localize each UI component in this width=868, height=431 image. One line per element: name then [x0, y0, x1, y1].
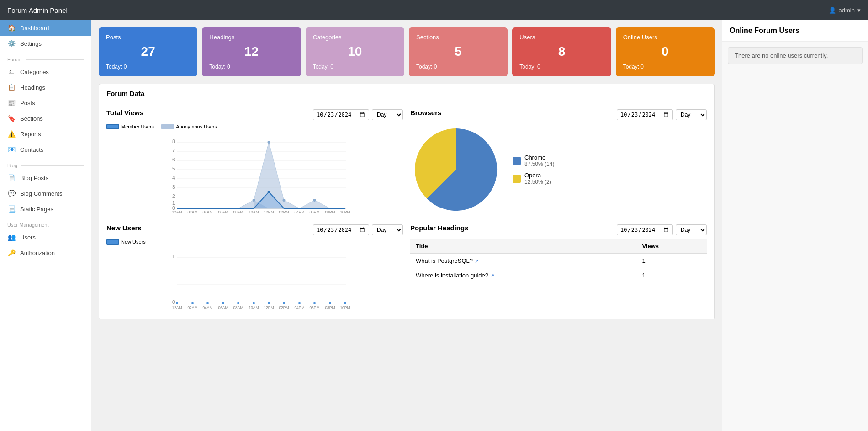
legend-anonymous-label: Anonymous Users: [176, 124, 217, 129]
sidebar-item-blog-posts[interactable]: 📄 Blog Posts: [0, 170, 91, 186]
sidebar-item-blog-comments[interactable]: 💬 Blog Comments: [0, 186, 91, 201]
svg-text:3: 3: [172, 185, 175, 190]
popular-headings-title: Popular Headings: [410, 224, 469, 232]
sidebar-item-sections[interactable]: 🔖 Sections: [0, 111, 91, 126]
sidebar-label-reports: Reports: [20, 131, 41, 138]
sidebar-item-contacts[interactable]: 📧 Contacts: [0, 142, 91, 157]
stat-today-users: Today: 0: [519, 64, 603, 70]
svg-text:08PM: 08PM: [325, 210, 335, 214]
total-views-date[interactable]: [313, 109, 369, 120]
new-users-svg: 1 0: [106, 248, 403, 312]
new-users-legend-color: [106, 239, 119, 245]
svg-text:08AM: 08AM: [233, 305, 243, 310]
sidebar-item-reports[interactable]: ⚠️ Reports: [0, 126, 91, 142]
stat-value-headings: 12: [209, 44, 293, 59]
new-users-period[interactable]: DayWeekMonth: [372, 224, 403, 235]
browsers-controls: DayWeekMonth: [617, 109, 707, 120]
sidebar-item-dashboard[interactable]: 🏠 Dashboard: [0, 20, 91, 36]
new-users-legend-item: New Users: [106, 239, 146, 245]
legend-member-label: Member Users: [121, 124, 154, 129]
chrome-label: Chrome: [524, 154, 554, 161]
browsers-chart: Browsers DayWeekMonth: [410, 109, 707, 217]
sidebar: 🏠 Dashboard ⚙️ Settings Forum 🏷 Categori…: [0, 20, 91, 431]
chrome-legend-item: Chrome 87.50% (14): [513, 154, 554, 167]
stat-cards: Posts 27 Today: 0 Headings 12 Today: 0 C…: [99, 27, 715, 76]
svg-point-39: [176, 302, 178, 304]
legend-member: Member Users: [106, 124, 154, 129]
external-link-icon[interactable]: ↗: [475, 258, 479, 264]
svg-text:10AM: 10AM: [249, 210, 259, 214]
forum-data-grid: Total Views DayWeekMonth Me: [106, 109, 707, 314]
pie-legend: Chrome 87.50% (14) Opera 12.50% (2): [513, 154, 554, 185]
popular-headings-date[interactable]: [617, 224, 673, 235]
sidebar-item-settings[interactable]: ⚙️ Settings: [0, 36, 91, 51]
sidebar-item-authorization[interactable]: 🔑 Authorization: [0, 245, 91, 261]
sidebar-item-categories[interactable]: 🏷 Categories: [0, 64, 91, 80]
stat-today-sections: Today: 0: [416, 64, 500, 70]
sidebar-label-posts: Posts: [20, 100, 35, 106]
dropdown-icon: ▾: [857, 7, 861, 14]
svg-point-49: [329, 302, 331, 304]
svg-text:5: 5: [172, 166, 175, 171]
total-views-period[interactable]: DayWeekMonth: [372, 109, 403, 120]
svg-text:8: 8: [172, 139, 175, 144]
svg-text:06AM: 06AM: [218, 305, 228, 310]
stat-label-sections: Sections: [416, 34, 500, 41]
chrome-value: 87.50% (14): [524, 161, 554, 167]
svg-text:02PM: 02PM: [279, 210, 289, 214]
svg-text:12AM: 12AM: [172, 305, 182, 310]
svg-text:12PM: 12PM: [264, 210, 274, 214]
opera-label: Opera: [524, 172, 551, 179]
svg-text:10PM: 10PM: [340, 305, 350, 310]
topbar: Forum Admin Panel 👤 admin ▾: [0, 0, 868, 20]
sidebar-item-static-pages[interactable]: 📃 Static Pages: [0, 201, 91, 217]
home-icon: 🏠: [7, 24, 16, 32]
sidebar-item-posts[interactable]: 📰 Posts: [0, 95, 91, 111]
stat-label-online-users: Online Users: [623, 34, 707, 41]
external-link-icon[interactable]: ↗: [490, 273, 494, 278]
sidebar-label-static-pages: Static Pages: [20, 206, 53, 213]
browsers-title: Browsers: [410, 109, 441, 117]
stat-value-users: 8: [519, 44, 603, 59]
svg-text:1: 1: [172, 201, 175, 206]
sidebar-label-blog-posts: Blog Posts: [20, 175, 48, 181]
heading-title: What is PostgreSQL? ↗: [410, 254, 636, 268]
email-icon: 📧: [7, 146, 16, 153]
warning-icon: ⚠️: [7, 130, 16, 138]
legend-anonymous: Anonymous Users: [161, 124, 217, 129]
col-title: Title: [410, 239, 636, 254]
forum-data-title: Forum Data: [99, 84, 714, 103]
popular-headings-controls: DayWeekMonth: [617, 224, 707, 235]
svg-text:06PM: 06PM: [309, 305, 319, 310]
total-views-controls: DayWeekMonth: [313, 109, 403, 120]
usermgmt-section-label: User Management: [0, 217, 91, 229]
browsers-period[interactable]: DayWeekMonth: [676, 109, 707, 120]
user-menu[interactable]: 👤 admin ▾: [829, 7, 861, 14]
sidebar-label-users: Users: [20, 234, 36, 241]
sidebar-item-users[interactable]: 👥 Users: [0, 229, 91, 245]
svg-text:4: 4: [172, 176, 175, 181]
svg-point-42: [222, 302, 224, 304]
new-users-chart: New Users DayWeekMonth New: [106, 224, 403, 314]
stat-today-posts: Today: 0: [106, 64, 190, 70]
svg-point-45: [268, 302, 270, 304]
new-users-date[interactable]: [313, 224, 369, 235]
svg-text:08PM: 08PM: [325, 305, 335, 310]
stat-label-headings: Headings: [209, 34, 293, 41]
username: admin: [839, 7, 855, 14]
stat-today-online-users: Today: 0: [623, 64, 707, 70]
sidebar-item-headings[interactable]: 📋 Headings: [0, 80, 91, 95]
popular-headings-table: Title Views What is PostgreSQL? ↗ 1 Wher…: [410, 239, 707, 282]
sidebar-label-headings: Headings: [20, 84, 45, 91]
forum-section-label: Forum: [0, 51, 91, 64]
popular-headings-period[interactable]: DayWeekMonth: [676, 224, 707, 235]
stat-card-sections: Sections 5 Today: 0: [409, 27, 508, 76]
sidebar-label-sections: Sections: [20, 115, 43, 122]
svg-point-21: [268, 191, 270, 193]
svg-text:04PM: 04PM: [294, 305, 304, 310]
svg-text:1: 1: [172, 254, 175, 259]
stat-label-users: Users: [519, 34, 603, 41]
page-icon: 📃: [7, 205, 16, 213]
svg-text:10AM: 10AM: [249, 305, 259, 310]
browsers-date[interactable]: [617, 109, 673, 120]
